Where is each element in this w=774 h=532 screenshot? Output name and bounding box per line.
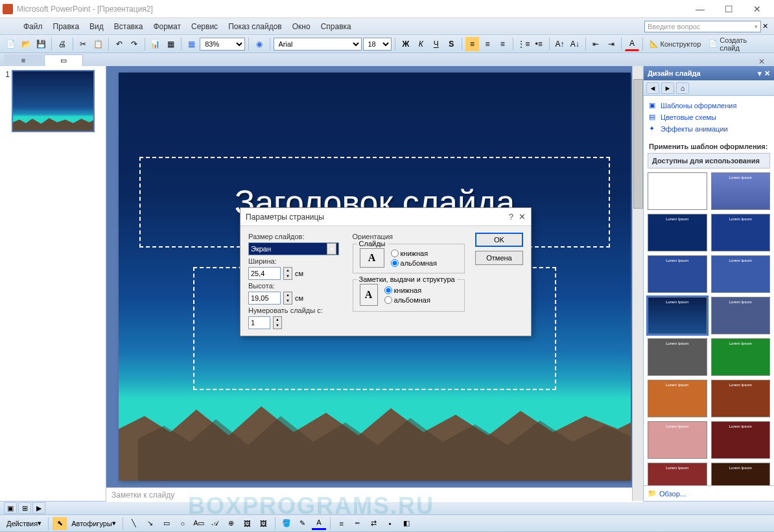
autoshapes-button[interactable]: Автофигуры ▾ [69,519,119,527]
wordart-button[interactable]: 𝒜 [208,517,222,530]
height-input[interactable] [248,292,281,305]
line-style-button[interactable]: ≡ [334,517,349,530]
template-thumb[interactable]: Lorem Ipsum [711,172,771,210]
menu-window[interactable]: Окно [287,20,316,33]
line-button[interactable]: ╲ [127,517,141,530]
width-input[interactable] [248,267,281,280]
3d-style-button[interactable]: ◧ [399,517,414,530]
slides-portrait-radio[interactable]: книжная [391,249,437,257]
task-dropdown-icon[interactable]: ▾ [758,69,762,78]
paste-button[interactable]: 📋 [91,37,105,51]
color-schemes-link[interactable]: ▤Цветовые схемы [649,111,769,123]
template-thumb[interactable]: Lorem Ipsum [711,338,771,376]
menu-slideshow[interactable]: Показ слайдов [223,20,287,33]
template-thumb[interactable]: Lorem Ipsum [648,338,707,376]
maximize-button[interactable]: ☐ [714,0,743,18]
help-box-close[interactable]: ✕ [762,22,771,30]
print-button[interactable]: 🖨 [55,37,69,51]
dialog-help-button[interactable]: ? [509,212,513,222]
textbox-button[interactable]: A▭ [192,517,206,530]
cut-button[interactable]: ✂ [76,37,90,51]
vertical-scrollbar[interactable] [632,66,643,501]
notes-portrait-radio[interactable]: книжная [384,286,430,294]
slide-thumbnail-1[interactable] [12,70,95,132]
template-thumb[interactable]: Lorem Ipsum [648,421,707,459]
increase-font-button[interactable]: A↑ [553,37,567,51]
shadow-style-button[interactable]: ▪ [383,517,397,530]
menu-tools[interactable]: Сервис [186,20,223,33]
template-thumb[interactable]: Lorem Ipsum [648,214,707,251]
menu-edit[interactable]: Правка [48,20,85,33]
decrease-font-button[interactable]: A↓ [568,37,581,51]
rectangle-button[interactable]: ▭ [159,517,174,530]
ok-button[interactable]: OK [475,233,523,247]
help-button[interactable]: ◉ [252,37,266,51]
fill-color-button[interactable]: 🪣 [279,517,294,530]
minimize-button[interactable]: — [686,0,714,18]
diagram-button[interactable]: ⊕ [224,517,239,530]
arrow-style-button[interactable]: ⇄ [367,517,381,530]
template-thumb[interactable]: Lorem Ipsum [648,463,707,485]
template-thumb[interactable] [648,172,707,210]
align-left-button[interactable]: ≡ [465,37,479,51]
cancel-button[interactable]: Отмена [475,251,523,265]
normal-view-button[interactable]: ▣ [4,502,17,514]
italic-button[interactable]: К [414,37,428,51]
template-thumb[interactable]: Lorem Ipsum [711,421,771,459]
save-button[interactable]: 💾 [34,37,48,51]
numbering-button[interactable]: ⋮≡ [517,37,530,51]
undo-button[interactable]: ↶ [112,37,126,51]
dialog-title-bar[interactable]: Параметры страницы ? ✕ [240,208,531,226]
new-button[interactable]: 📄 [4,37,18,51]
template-thumb[interactable]: Lorem Ipsum [711,297,771,334]
template-thumb[interactable]: Lorem Ipsum [711,380,771,417]
font-select[interactable]: Arial [274,38,362,51]
clipart-button[interactable]: 🖼 [240,517,255,530]
increase-indent-button[interactable]: ⇥ [604,37,618,51]
task-close-icon[interactable]: ✕ [764,69,770,78]
notes-landscape-radio[interactable]: альбомная [384,296,430,304]
arrow-button[interactable]: ↘ [143,517,158,530]
task-forward-button[interactable]: ► [661,82,674,94]
menu-help[interactable]: Справка [316,20,357,33]
font-color-button-2[interactable]: A [312,517,326,530]
size-select[interactable]: Экран ▾ [248,242,339,255]
redo-button[interactable]: ↷ [128,37,141,51]
height-spinner[interactable]: ▲▼ [283,292,292,305]
template-thumb[interactable]: Lorem Ipsum [711,463,771,485]
shadow-button[interactable]: S [444,37,458,51]
width-spinner[interactable]: ▲▼ [283,267,292,280]
animation-link[interactable]: ✦Эффекты анимации [649,123,769,135]
bullets-button[interactable]: •≡ [532,37,545,51]
template-thumb[interactable]: Lorem Ipsum [648,255,707,293]
templates-link[interactable]: ▣Шаблоны оформления [649,100,769,111]
actions-button[interactable]: Действия ▾ [4,519,44,527]
number-from-input[interactable] [248,316,270,329]
tab-close[interactable]: ✕ [758,57,770,66]
table-button[interactable]: ▦ [163,37,177,51]
task-back-button[interactable]: ◄ [646,82,659,94]
slides-landscape-radio[interactable]: альбомная [391,259,437,267]
bold-button[interactable]: Ж [399,37,412,51]
open-button[interactable]: 📂 [19,37,32,51]
close-button[interactable]: ✕ [743,0,771,18]
menu-insert[interactable]: Вставка [109,20,148,33]
oval-button[interactable]: ○ [176,517,190,530]
line-color-button[interactable]: ✎ [296,517,310,530]
decrease-indent-button[interactable]: ⇤ [589,37,602,51]
font-color-button[interactable]: A [625,37,639,51]
zoom-select[interactable]: 83% [200,38,245,51]
template-thumb[interactable]: Lorem Ipsum [711,214,771,251]
number-spinner[interactable]: ▲▼ [273,316,282,329]
grid-button[interactable]: ▦ [185,37,198,51]
align-right-button[interactable]: ≡ [496,37,510,51]
task-home-button[interactable]: ⌂ [676,82,689,94]
slides-tab[interactable]: ▭ [44,54,83,66]
template-thumb[interactable]: Lorem Ipsum [648,297,707,334]
menu-view[interactable]: Вид [84,20,109,33]
template-thumb[interactable]: Lorem Ipsum [648,380,707,417]
chart-button[interactable]: 📊 [148,37,162,51]
select-button[interactable]: ⬉ [53,517,67,530]
browse-link[interactable]: 📁 Обзор... [644,485,774,501]
sorter-view-button[interactable]: ⊞ [18,502,31,514]
